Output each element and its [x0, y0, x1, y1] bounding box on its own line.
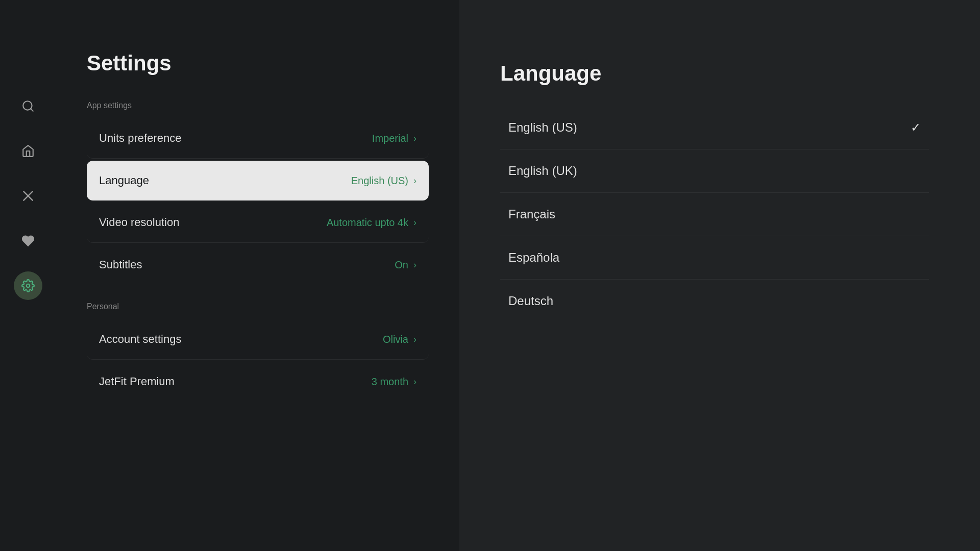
subtitles-chevron-icon: ›	[413, 260, 416, 270]
units-label: Units preference	[99, 132, 181, 145]
language-value: English (US)	[351, 175, 408, 187]
subtitles-value: On	[395, 259, 408, 271]
language-option-en-us[interactable]: English (US) ✓	[500, 106, 929, 149]
premium-value: 3 month	[372, 376, 408, 388]
language-panel: Language English (US) ✓ English (UK) Fra…	[459, 0, 980, 551]
premium-label: JetFit Premium	[99, 375, 175, 388]
language-name-es: Española	[508, 251, 559, 265]
personal-label: Personal	[87, 302, 429, 311]
language-right: English (US) ›	[351, 175, 416, 187]
subtitles-label: Subtitles	[99, 258, 142, 271]
premium-chevron-icon: ›	[413, 377, 416, 387]
account-chevron-icon: ›	[413, 334, 416, 345]
video-right: Automatic upto 4k ›	[327, 217, 416, 229]
sidebar	[0, 0, 56, 551]
language-label: Language	[99, 174, 149, 187]
language-name-fr: Français	[508, 207, 555, 221]
language-option-es[interactable]: Española	[500, 236, 929, 280]
language-panel-title: Language	[500, 61, 929, 86]
language-option-en-uk[interactable]: English (UK)	[500, 149, 929, 193]
settings-item-language[interactable]: Language English (US) ›	[87, 161, 429, 201]
subtitles-right: On ›	[395, 259, 416, 271]
video-value: Automatic upto 4k	[327, 217, 408, 229]
sidebar-item-favorites[interactable]	[14, 227, 42, 255]
settings-item-premium[interactable]: JetFit Premium 3 month ›	[87, 362, 429, 402]
sidebar-item-home[interactable]	[14, 137, 42, 165]
page-title: Settings	[87, 51, 429, 76]
check-icon-en-us: ✓	[911, 120, 921, 135]
account-label: Account settings	[99, 333, 181, 346]
settings-list: Units preference Imperial › Language Eng…	[87, 118, 429, 287]
units-chevron-icon: ›	[413, 133, 416, 144]
sidebar-item-settings[interactable]	[14, 271, 42, 300]
svg-line-1	[31, 109, 33, 111]
language-option-de[interactable]: Deutsch	[500, 280, 929, 322]
sidebar-item-workout[interactable]	[14, 182, 42, 210]
video-label: Video resolution	[99, 216, 179, 229]
premium-right: 3 month ›	[372, 376, 416, 388]
account-value: Olivia	[383, 334, 408, 345]
language-name-en-uk: English (UK)	[508, 164, 577, 178]
settings-item-account[interactable]: Account settings Olivia ›	[87, 319, 429, 360]
units-right: Imperial ›	[372, 133, 416, 144]
personal-settings-list: Account settings Olivia › JetFit Premium…	[87, 319, 429, 404]
language-list: English (US) ✓ English (UK) Français Esp…	[500, 106, 929, 322]
settings-item-subtitles[interactable]: Subtitles On ›	[87, 245, 429, 285]
account-right: Olivia ›	[383, 334, 416, 345]
settings-item-units[interactable]: Units preference Imperial ›	[87, 118, 429, 159]
language-chevron-icon: ›	[413, 176, 416, 186]
settings-item-video[interactable]: Video resolution Automatic upto 4k ›	[87, 203, 429, 243]
settings-panel: Settings App settings Units preference I…	[56, 0, 459, 551]
language-name-en-us: English (US)	[508, 120, 577, 135]
app-settings-label: App settings	[87, 101, 429, 110]
units-value: Imperial	[372, 133, 408, 144]
svg-point-4	[27, 284, 30, 288]
language-option-fr[interactable]: Français	[500, 193, 929, 236]
sidebar-item-search[interactable]	[14, 92, 42, 120]
video-chevron-icon: ›	[413, 217, 416, 228]
language-name-de: Deutsch	[508, 294, 553, 308]
